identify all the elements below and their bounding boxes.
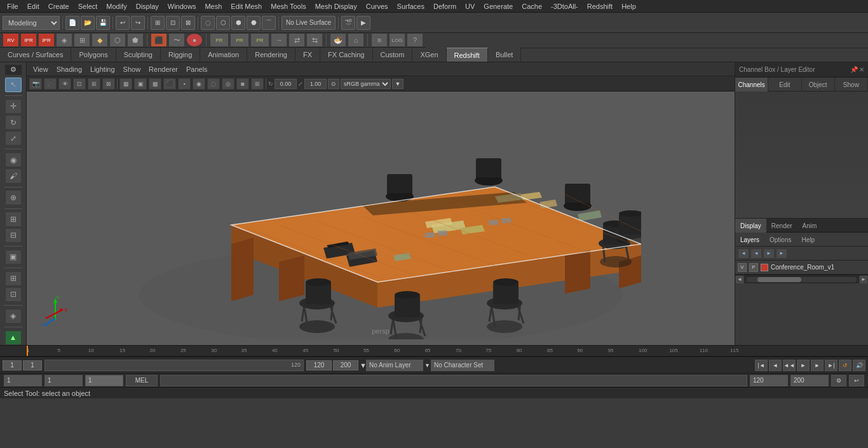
layer-sub-options[interactable]: Options [764, 233, 796, 247]
rs-pr-btn3[interactable]: PR [250, 33, 269, 47]
select-by-hierarchy-btn[interactable]: ⊞ [151, 16, 165, 30]
layer-color-swatch[interactable] [761, 264, 768, 271]
rs-pr-btn2[interactable]: PR [230, 33, 249, 47]
layer-arrow-left[interactable]: ◄ [738, 248, 749, 259]
tab-sculpting[interactable]: Sculpting [116, 48, 161, 62]
rs-ipr-btn[interactable]: IPR [20, 33, 37, 47]
select-tool-btn[interactable]: ↖ [5, 78, 22, 92]
scroll-left-btn[interactable]: ◄ [735, 275, 744, 284]
menu-display[interactable]: Display [132, 0, 163, 12]
vp-cam-btn[interactable]: 📷 [29, 78, 42, 90]
vp-wire-btn[interactable]: ▦ [119, 78, 132, 90]
ch-tab-channels[interactable]: Channels [735, 78, 768, 92]
vp-gamma-select[interactable]: sRGB gamma [341, 79, 391, 89]
field-total-end[interactable]: 200 [790, 375, 829, 386]
render-view-btn[interactable]: 🎬 [341, 16, 355, 30]
menu-select[interactable]: Select [74, 0, 102, 12]
rs-icon4[interactable]: ⬡ [109, 33, 126, 47]
field-range-end[interactable]: 120 [750, 375, 788, 386]
current-frame-input[interactable] [23, 360, 42, 370]
vp-menu-show[interactable]: Show [119, 62, 145, 76]
menu-mesh[interactable]: Mesh [200, 0, 226, 12]
vp-cam2-btn[interactable]: 🎥 [44, 78, 57, 90]
goto-start-btn[interactable]: |◄ [755, 360, 768, 371]
vp-paint-btn[interactable]: ⊠ [102, 78, 115, 90]
anim-layer-arrow[interactable]: ▼ [360, 362, 365, 369]
menu-edit[interactable]: Edit [23, 0, 44, 12]
snap-together-btn[interactable]: ⊞ [5, 212, 22, 226]
field-f1[interactable]: 1 [4, 375, 42, 386]
menu-redshift[interactable]: Redshift [583, 0, 617, 12]
vp-pts-btn[interactable]: ⬛ [163, 78, 176, 90]
soft-select-tool[interactable]: ◉ [5, 153, 22, 167]
menu-cache[interactable]: Cache [517, 0, 546, 12]
menu-edit-mesh[interactable]: Edit Mesh [226, 0, 266, 12]
materials-btn[interactable]: ◈ [5, 309, 22, 323]
timeline-track[interactable]: 1 5 10 15 20 25 30 35 40 45 50 55 60 65 … [27, 346, 742, 356]
lasso-select-btn[interactable]: ◌ [201, 16, 215, 30]
rs-bowl2-btn[interactable]: ⌂ [348, 33, 364, 47]
rs-log-btn[interactable]: LOG [389, 33, 405, 47]
timeline-progress-bar[interactable]: 120 [44, 360, 304, 371]
vp-light-btn[interactable]: ◉ [193, 78, 205, 90]
show-grid-btn[interactable]: ⊞ [5, 271, 22, 286]
loop-btn[interactable]: ↺ [839, 360, 851, 371]
menu-windows[interactable]: Windows [163, 0, 201, 12]
layer-v-toggle[interactable]: V [738, 263, 747, 272]
timeline-ruler[interactable]: 1 5 10 15 20 25 30 35 40 45 50 55 60 65 … [0, 345, 868, 356]
goto-end-btn[interactable]: ►| [825, 360, 837, 371]
scroll-thumb[interactable] [757, 277, 801, 282]
save-scene-btn[interactable]: 💾 [96, 16, 110, 30]
curve-tool-btn[interactable]: ⌒ [262, 16, 276, 30]
vp-menu-lighting[interactable]: Lighting [86, 62, 119, 76]
settings-btn[interactable]: ⚙ [831, 375, 846, 386]
rs-help-btn[interactable]: ? [407, 33, 423, 47]
vp-menu-panels[interactable]: Panels [182, 62, 212, 76]
paint-weights-btn[interactable]: ⬣ [247, 16, 261, 30]
rs-bowl-btn[interactable]: 🍜 [330, 33, 346, 47]
tab-xgen[interactable]: XGen [412, 48, 446, 62]
tab-bullet[interactable]: Bullet [488, 48, 522, 62]
menu-mesh-display[interactable]: Mesh Display [311, 0, 362, 12]
rs-pr-btn1[interactable]: PR [210, 33, 229, 47]
tab-rigging[interactable]: Rigging [161, 48, 200, 62]
menu-modify[interactable]: Modify [102, 0, 131, 12]
vp-smooth-btn[interactable]: ▣ [134, 78, 147, 90]
vp-tex-btn[interactable]: ◎ [222, 78, 234, 90]
layer-tab-render[interactable]: Render [766, 219, 797, 233]
rs-cube-btn[interactable]: ⬛ [151, 33, 167, 47]
playhead[interactable] [27, 346, 28, 356]
tab-custom[interactable]: Custom [373, 48, 413, 62]
menu-help[interactable]: Help [617, 0, 641, 12]
vp-menu-shading[interactable]: Shading [53, 62, 86, 76]
panel-close-btn[interactable]: ✕ [859, 66, 864, 73]
vp-rotation-input[interactable] [275, 79, 297, 89]
menu-deform[interactable]: Deform [429, 0, 461, 12]
panel-settings-btn[interactable]: ⚙ [5, 65, 22, 75]
rs-arrow-btn3[interactable]: ⇆ [306, 33, 323, 47]
audio-btn[interactable]: 🔊 [853, 360, 865, 371]
command-input[interactable] [160, 375, 747, 386]
char-set-field[interactable]: No Character Set [431, 360, 494, 371]
anim-layer-field[interactable]: No Anim Layer [366, 360, 423, 371]
move-tool-btn[interactable]: ✛ [5, 99, 22, 114]
layer-arrow-right[interactable]: ◄ [750, 248, 762, 259]
rs-icon5[interactable]: ⬟ [127, 33, 144, 47]
menu-surfaces[interactable]: Surfaces [393, 0, 429, 12]
new-scene-btn[interactable]: 📄 [65, 16, 79, 30]
scale-tool-btn[interactable]: ⤢ [5, 131, 22, 146]
vp-menu-view[interactable]: View [29, 62, 52, 76]
rs-ipr2-btn[interactable]: IPR [38, 33, 55, 47]
panel-pin-btn[interactable]: 📌 [850, 66, 858, 73]
scroll-track[interactable] [747, 277, 857, 282]
tab-fx-caching[interactable]: FX Caching [320, 48, 372, 62]
snap-to-grid-btn[interactable]: ⊡ [166, 16, 180, 30]
render-setup-btn[interactable]: ▲ [5, 330, 22, 345]
rotate-tool-btn[interactable]: ↻ [5, 115, 22, 130]
rs-icon3[interactable]: ◆ [92, 33, 108, 47]
vp-menu-renderer[interactable]: Renderer [145, 62, 182, 76]
tab-animation[interactable]: Animation [200, 48, 247, 62]
vp-grid-btn[interactable]: ⊞ [251, 78, 264, 90]
menu-curves[interactable]: Curves [362, 0, 393, 12]
menu-mesh-tools[interactable]: Mesh Tools [266, 0, 310, 12]
